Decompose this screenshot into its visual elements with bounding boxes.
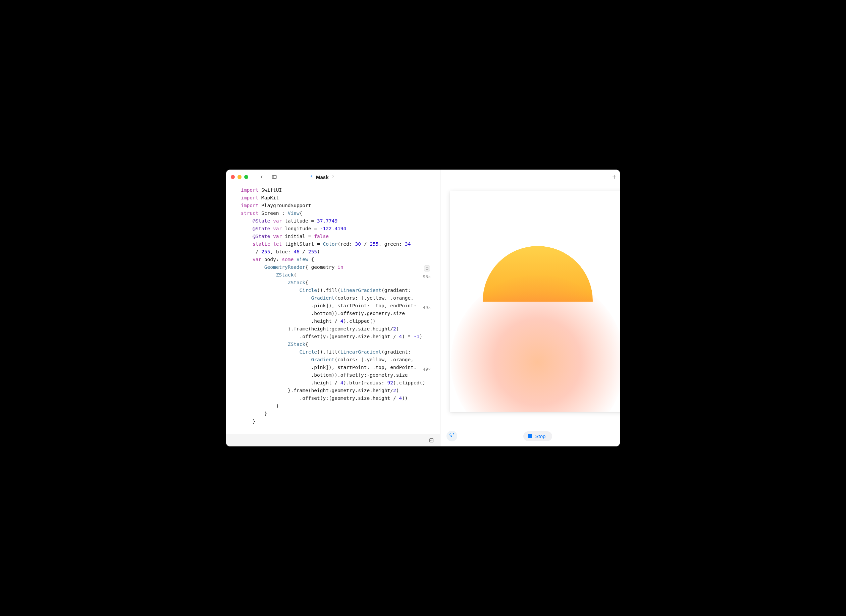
- execution-count: 98×: [423, 274, 431, 279]
- close-window-button[interactable]: [231, 175, 235, 179]
- execution-count: 49×: [423, 305, 431, 310]
- page-title: Mask: [316, 174, 329, 180]
- playgrounds-window: Mask import SwiftUI import MapKit import…: [226, 170, 620, 446]
- live-preview-canvas: [450, 191, 620, 412]
- sidebar-toggle-button[interactable]: [270, 173, 279, 181]
- performance-gauge-button[interactable]: [446, 431, 457, 441]
- editor-status-bar: [226, 434, 440, 446]
- minimize-window-button[interactable]: [237, 175, 241, 179]
- preview-horizon: [450, 302, 620, 412]
- results-panel-toggle-icon[interactable]: [427, 436, 436, 444]
- chevron-right-icon: [331, 174, 335, 180]
- svg-rect-0: [272, 175, 277, 178]
- inline-result-badge[interactable]: [424, 265, 430, 271]
- preview-pane: Stop: [440, 170, 620, 446]
- breadcrumb[interactable]: Mask: [309, 174, 335, 180]
- stop-icon: [528, 434, 532, 438]
- live-preview-stage: [440, 184, 620, 425]
- code-editor[interactable]: import SwiftUI import MapKit import Play…: [226, 184, 440, 434]
- source-code[interactable]: import SwiftUI import MapKit import Play…: [226, 186, 440, 425]
- nav-back-button[interactable]: [257, 173, 266, 181]
- stop-button[interactable]: Stop: [523, 431, 552, 441]
- run-bar: Stop: [440, 425, 620, 446]
- editor-pane: Mask import SwiftUI import MapKit import…: [226, 170, 440, 446]
- add-button[interactable]: [611, 174, 618, 180]
- window-controls: [231, 175, 248, 179]
- chevron-left-icon: [309, 174, 314, 180]
- zoom-window-button[interactable]: [244, 175, 248, 179]
- editor-toolbar: Mask: [226, 170, 440, 184]
- svg-rect-3: [430, 439, 433, 442]
- svg-rect-2: [426, 267, 428, 270]
- preview-toolbar: [440, 170, 620, 184]
- stop-button-label: Stop: [536, 433, 546, 439]
- execution-count: 49×: [423, 367, 431, 372]
